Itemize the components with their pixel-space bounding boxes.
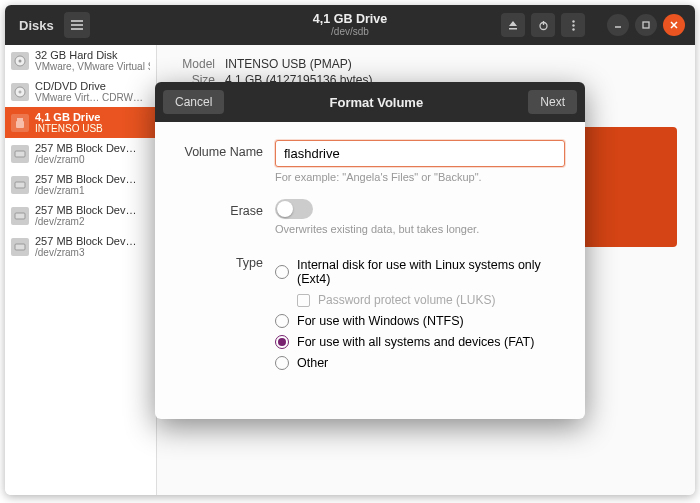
erase-label: Erase — [175, 199, 275, 218]
type-option-ext4-label: Internal disk for use with Linux systems… — [297, 258, 565, 286]
block-device-icon — [11, 145, 29, 163]
next-button[interactable]: Next — [528, 90, 577, 114]
radio-icon — [275, 356, 289, 370]
hard-disk-icon — [11, 52, 29, 70]
power-button[interactable] — [531, 13, 555, 37]
checkbox-icon — [297, 294, 310, 307]
luks-checkbox-row: Password protect volume (LUKS) — [297, 293, 565, 307]
svg-rect-16 — [15, 244, 25, 250]
type-option-fat[interactable]: For use with all systems and devices (FA… — [275, 335, 565, 349]
type-option-other[interactable]: Other — [275, 356, 565, 370]
minimize-icon — [613, 20, 623, 30]
sidebar-item-block-1[interactable]: 257 MB Block Dev…/dev/zram1 — [5, 169, 156, 200]
block-device-icon — [11, 176, 29, 194]
radio-icon — [275, 335, 289, 349]
radio-icon — [275, 265, 289, 279]
luks-label: Password protect volume (LUKS) — [318, 293, 495, 307]
device-sidebar: 32 GB Hard DiskVMware, VMware Virtual S … — [5, 45, 157, 495]
hamburger-button[interactable] — [64, 12, 90, 38]
svg-rect-14 — [15, 182, 25, 188]
svg-point-2 — [572, 20, 574, 22]
disc-icon — [11, 83, 29, 101]
sidebar-item-block-0[interactable]: 257 MB Block Dev…/dev/zram0 — [5, 138, 156, 169]
close-button[interactable] — [663, 14, 685, 36]
minimize-button[interactable] — [607, 14, 629, 36]
dialog-body: Volume Name For example: "Angela's Files… — [155, 122, 585, 419]
type-option-ntfs-label: For use with Windows (NTFS) — [297, 314, 464, 328]
type-option-ntfs[interactable]: For use with Windows (NTFS) — [275, 314, 565, 328]
drive-options-button[interactable] — [561, 13, 585, 37]
titlebar-drive-info: 4,1 GB Drive /dev/sdb — [313, 13, 387, 38]
sidebar-item-block-3[interactable]: 257 MB Block Dev…/dev/zram3 — [5, 231, 156, 262]
type-option-other-label: Other — [297, 356, 328, 370]
sidebar-item-dvd[interactable]: CD/DVD DriveVMware Virt… CDRW… — [5, 76, 156, 107]
erase-toggle[interactable] — [275, 199, 313, 219]
maximize-button[interactable] — [635, 14, 657, 36]
model-value: INTENSO USB (PMAP) — [225, 57, 352, 71]
model-label: Model — [175, 57, 215, 71]
eject-button[interactable] — [501, 13, 525, 37]
eject-icon — [508, 20, 518, 30]
sidebar-item-block-2[interactable]: 257 MB Block Dev…/dev/zram2 — [5, 200, 156, 231]
titlebar-drive-path: /dev/sdb — [313, 26, 387, 37]
close-icon — [669, 20, 679, 30]
maximize-icon — [641, 20, 651, 30]
titlebar: Disks 4,1 GB Drive /dev/sdb — [5, 5, 695, 45]
sidebar-item-usb-drive[interactable]: 4,1 GB DriveINTENSO USB — [5, 107, 156, 138]
svg-rect-13 — [15, 151, 25, 157]
volume-name-hint: For example: "Angela's Files" or "Backup… — [275, 171, 565, 183]
volume-name-label: Volume Name — [175, 140, 275, 159]
erase-hint: Overwrites existing data, but takes long… — [275, 223, 565, 235]
format-volume-dialog: Cancel Format Volume Next Volume Name Fo… — [155, 82, 585, 419]
usb-drive-icon — [11, 114, 29, 132]
block-device-icon — [11, 207, 29, 225]
app-title: Disks — [19, 18, 54, 33]
svg-point-3 — [572, 24, 574, 26]
type-option-fat-label: For use with all systems and devices (FA… — [297, 335, 534, 349]
hamburger-icon — [71, 20, 83, 30]
block-device-icon — [11, 238, 29, 256]
cancel-button[interactable]: Cancel — [163, 90, 224, 114]
volume-name-input[interactable] — [275, 140, 565, 167]
dialog-header: Cancel Format Volume Next — [155, 82, 585, 122]
power-icon — [538, 20, 549, 31]
dialog-title: Format Volume — [330, 95, 424, 110]
svg-rect-12 — [16, 121, 24, 128]
svg-rect-15 — [15, 213, 25, 219]
svg-point-8 — [19, 59, 22, 62]
type-option-ext4[interactable]: Internal disk for use with Linux systems… — [275, 258, 565, 286]
radio-icon — [275, 314, 289, 328]
svg-point-10 — [19, 91, 21, 93]
sidebar-item-hard-disk[interactable]: 32 GB Hard DiskVMware, VMware Virtual S — [5, 45, 156, 76]
type-label: Type — [175, 251, 275, 270]
svg-rect-6 — [643, 22, 649, 28]
svg-point-4 — [572, 28, 574, 30]
svg-rect-11 — [17, 118, 23, 121]
kebab-icon — [572, 20, 575, 31]
titlebar-drive-title: 4,1 GB Drive — [313, 13, 387, 27]
